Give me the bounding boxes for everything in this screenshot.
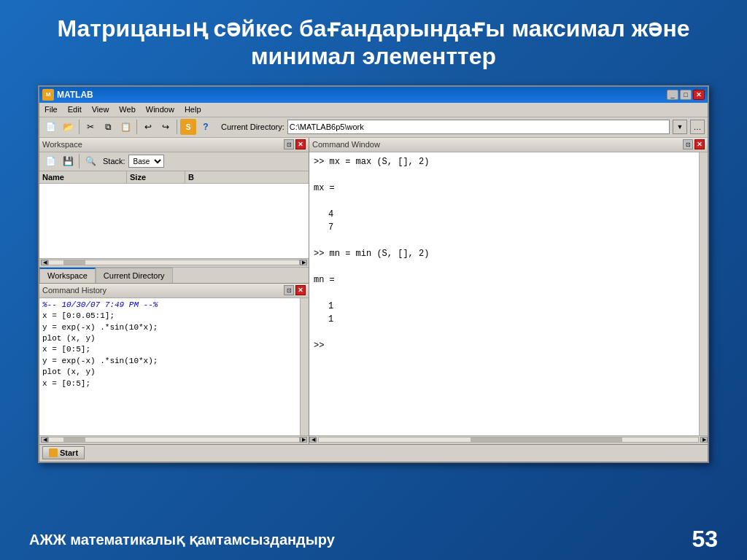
- cmd-window-undock-icon[interactable]: ⊡: [683, 139, 693, 149]
- scroll-right-icon[interactable]: ▶: [300, 260, 307, 265]
- menu-file[interactable]: File: [42, 104, 60, 114]
- cmd-window-scrollbar-v[interactable]: [699, 152, 708, 435]
- copy-icon[interactable]: ⧉: [100, 119, 116, 135]
- main-content: Workspace ⊡ ✕ 📄 💾 🔍 Stack: Base: [39, 138, 708, 444]
- current-dir-section: Current Directory: ▼ …: [221, 120, 705, 134]
- cmd-history-title-bar: Command History ⊡ ✕: [39, 284, 309, 298]
- cmd-line-2: mx =: [314, 182, 694, 195]
- start-logo-icon: [49, 448, 58, 457]
- cmd-window-scrollbar-h[interactable]: ◀ ▶: [309, 435, 708, 444]
- menu-edit[interactable]: Edit: [66, 104, 84, 114]
- start-label: Start: [60, 448, 78, 457]
- table-header: Name Size B: [39, 171, 309, 184]
- menu-web[interactable]: Web: [117, 104, 137, 114]
- tab-current-directory[interactable]: Current Directory: [96, 268, 173, 283]
- minimize-button[interactable]: _: [667, 90, 678, 100]
- col-bytes: B: [185, 171, 244, 183]
- start-button[interactable]: Start: [42, 446, 85, 459]
- col-name: Name: [39, 171, 127, 183]
- close-button[interactable]: ✕: [693, 90, 705, 100]
- cmd-line-13: [314, 326, 694, 339]
- ws-view-icon[interactable]: 🔍: [82, 153, 98, 169]
- title-bar-text: MATLAB: [57, 90, 93, 100]
- help-icon[interactable]: ?: [198, 119, 214, 135]
- ws-new-icon[interactable]: 📄: [42, 153, 58, 169]
- stack-select[interactable]: Base: [128, 155, 164, 168]
- cmd-window-close-icon[interactable]: ✕: [694, 139, 705, 149]
- stack-label: Stack:: [103, 157, 125, 166]
- cmd-scroll-right-icon[interactable]: ▶: [700, 437, 708, 443]
- undo-icon[interactable]: ↩: [140, 119, 156, 135]
- cmd-history-line-4: x = [0:5];: [42, 344, 297, 355]
- cmd-line-12: 1: [314, 313, 694, 326]
- cmd-history-scrollbar-h[interactable]: ◀ ▶: [39, 435, 309, 444]
- scroll-left-icon[interactable]: ◀: [41, 260, 48, 265]
- cmd-window-title-bar: Command Window ⊡ ✕: [309, 138, 708, 152]
- current-dir-input[interactable]: [287, 120, 670, 134]
- matlab-window: M MATLAB _ □ ✕ File Edit View Web Window…: [38, 85, 709, 463]
- ws-save-icon[interactable]: 💾: [60, 153, 76, 169]
- workspace-scrollbar-h[interactable]: ◀ ▶: [39, 258, 309, 267]
- cmd-history-body: %-- 10/30/07 7:49 PM --% x = [0:0.05:1];…: [39, 298, 309, 435]
- workspace-title-bar: Workspace ⊡ ✕: [39, 138, 309, 152]
- cmd-window-title: Command Window: [312, 140, 380, 149]
- cmd-history-line-1: x = [0:0.05:1];: [42, 311, 297, 322]
- cmd-scroll-left-icon[interactable]: ◀: [309, 437, 317, 443]
- workspace-toolbar: 📄 💾 🔍 Stack: Base: [39, 152, 309, 171]
- cmd-history-line-7: x = [0:5];: [42, 378, 297, 389]
- current-dir-label: Current Directory:: [221, 122, 285, 131]
- cmd-line-14: >>: [314, 339, 694, 352]
- cmd-scrollbar-track: [318, 437, 699, 443]
- cmd-history-line-5: y = exp(-x) .*sin(10*x);: [42, 356, 297, 367]
- separator-1: [79, 120, 80, 134]
- ws-stack: Stack: Base: [103, 155, 164, 168]
- menu-bar: File Edit View Web Window Help: [39, 103, 708, 117]
- title-bar: M MATLAB _ □ ✕: [39, 87, 708, 103]
- cmd-line-11: 1: [314, 300, 694, 313]
- cmd-line-5: 7: [314, 221, 694, 234]
- maximize-button[interactable]: □: [680, 90, 692, 100]
- cmd-line-6: [314, 234, 694, 247]
- tab-workspace[interactable]: Workspace: [39, 268, 96, 283]
- cmd-history-line-0: %-- 10/30/07 7:49 PM --%: [42, 300, 297, 311]
- new-file-icon[interactable]: 📄: [42, 119, 58, 135]
- history-scroll-right-icon[interactable]: ▶: [300, 437, 307, 443]
- menu-view[interactable]: View: [90, 104, 112, 114]
- cmd-window-content[interactable]: >> mx = max (S, [], 2) mx = 4 7 >> mn = …: [309, 152, 699, 435]
- cmd-line-0: >> mx = max (S, [], 2): [314, 155, 694, 168]
- toolbar: 📄 📂 ✂ ⧉ 📋 ↩ ↪ S ? Current Directory: ▼ …: [39, 117, 708, 138]
- workspace-title: Workspace: [42, 140, 82, 149]
- status-bar: Start: [39, 444, 708, 462]
- workspace-undock-icon[interactable]: ⊡: [284, 139, 294, 149]
- cmd-history-content: %-- 10/30/07 7:49 PM --% x = [0:0.05:1];…: [39, 298, 300, 435]
- history-scrollbar-thumb: [63, 438, 85, 442]
- cmd-history-undock-icon[interactable]: ⊡: [284, 285, 294, 295]
- workspace-table: Name Size B: [39, 171, 309, 258]
- open-file-icon[interactable]: 📂: [60, 119, 76, 135]
- cmd-window-panel-icons: ⊡ ✕: [683, 139, 705, 149]
- footer: АЖЖ математикалық қамтамсыздандыру 53: [0, 526, 747, 553]
- separator-2: [136, 120, 137, 134]
- history-scroll-left-icon[interactable]: ◀: [41, 437, 48, 443]
- ws-sep: [79, 154, 80, 168]
- cmd-window-row: >> mx = max (S, [], 2) mx = 4 7 >> mn = …: [309, 152, 708, 435]
- workspace-panel-icons: ⊡ ✕: [284, 139, 306, 149]
- left-panel: Workspace ⊡ ✕ 📄 💾 🔍 Stack: Base: [39, 138, 309, 444]
- cmd-history-close-icon[interactable]: ✕: [295, 285, 306, 295]
- paste-icon[interactable]: 📋: [117, 119, 133, 135]
- workspace-close-icon[interactable]: ✕: [295, 139, 306, 149]
- menu-window[interactable]: Window: [144, 104, 177, 114]
- scrollbar-track: [48, 260, 300, 265]
- redo-icon[interactable]: ↪: [158, 119, 174, 135]
- menu-help[interactable]: Help: [182, 104, 204, 114]
- simulink-icon[interactable]: S: [180, 119, 196, 135]
- cmd-history-title: Command History: [42, 286, 107, 295]
- cut-icon[interactable]: ✂: [82, 119, 98, 135]
- current-dir-dropdown[interactable]: ▼: [673, 120, 687, 134]
- tab-bar: Workspace Current Directory: [39, 267, 309, 283]
- cmd-line-1: [314, 168, 694, 182]
- cmd-history-scrollbar[interactable]: [300, 298, 309, 435]
- browse-button[interactable]: …: [690, 120, 705, 134]
- col-size: Size: [127, 171, 185, 183]
- cmd-history-line-2: y = exp(-x) .*sin(10*x);: [42, 322, 297, 333]
